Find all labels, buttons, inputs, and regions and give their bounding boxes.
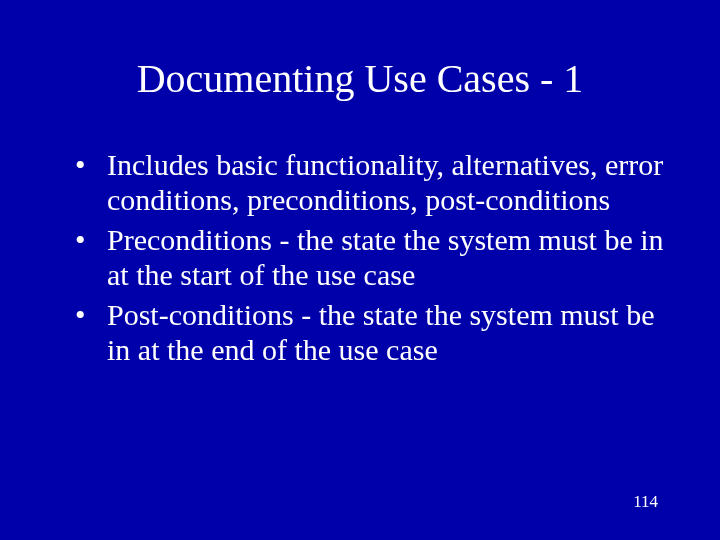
list-item: Post-conditions - the state the system m…	[75, 297, 665, 368]
slide-title: Documenting Use Cases - 1	[55, 55, 665, 102]
bullet-list: Includes basic functionality, alternativ…	[55, 147, 665, 367]
list-item: Preconditions - the state the system mus…	[75, 222, 665, 293]
slide-container: Documenting Use Cases - 1 Includes basic…	[0, 0, 720, 540]
list-item: Includes basic functionality, alternativ…	[75, 147, 665, 218]
page-number: 114	[633, 492, 658, 512]
